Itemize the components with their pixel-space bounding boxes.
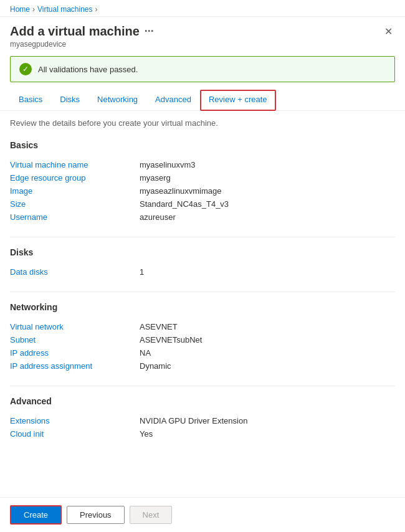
footer-bar: Create Previous Next <box>0 497 405 532</box>
field-ip-assignment-value: Dynamic <box>140 361 171 371</box>
divider-1 <box>10 237 395 237</box>
field-data-disks-label: Data disks <box>10 267 135 277</box>
field-cloud-init-label: Cloud init <box>10 429 135 439</box>
field-data-disks-value: 1 <box>140 267 144 277</box>
section-networking-title: Networking <box>10 302 395 315</box>
tabs-bar: Basics Disks Networking Advanced Review … <box>0 90 405 111</box>
breadcrumb-sep-2: › <box>95 5 98 14</box>
previous-button[interactable]: Previous <box>67 506 125 524</box>
field-size-value: Standard_NC4as_T4_v3 <box>140 199 229 209</box>
field-cloud-init-value: Yes <box>140 429 153 439</box>
section-disks: Disks Data disks 1 <box>10 247 395 277</box>
field-ip-address-value: NA <box>140 348 151 358</box>
field-ip-assignment-label: IP address assignment <box>10 361 135 371</box>
field-image: Image myaseazlinuxvmimage <box>10 186 395 196</box>
close-button[interactable]: ✕ <box>382 24 395 39</box>
field-data-disks: Data disks 1 <box>10 267 395 277</box>
field-extensions-value: NVIDIA GPU Driver Extension <box>140 416 247 425</box>
field-subnet-label: Subnet <box>10 335 135 344</box>
field-resource-group: Edge resource group myaserg <box>10 173 395 183</box>
field-size: Size Standard_NC4as_T4_v3 <box>10 199 395 209</box>
field-vm-name-label: Virtual machine name <box>10 160 135 169</box>
field-virtual-network: Virtual network ASEVNET <box>10 322 395 331</box>
create-button[interactable]: Create <box>10 505 62 525</box>
field-image-value: myaseazlinuxvmimage <box>140 186 222 196</box>
field-virtual-network-label: Virtual network <box>10 322 135 331</box>
field-username-value: azureuser <box>140 212 176 222</box>
ellipsis-menu[interactable]: ··· <box>145 25 154 38</box>
validation-banner: ✓ All validations have passed. <box>10 56 395 82</box>
breadcrumb-bar: Home › Virtual machines › <box>0 0 405 17</box>
title-area: Add a virtual machine ··· myasegpudevice <box>10 24 154 49</box>
field-image-label: Image <box>10 186 135 196</box>
section-disks-title: Disks <box>10 247 395 260</box>
section-advanced: Advanced Extensions NVIDIA GPU Driver Ex… <box>10 396 395 439</box>
field-subnet: Subnet ASEVNETsubNet <box>10 335 395 344</box>
validation-message: All validations have passed. <box>38 65 138 74</box>
field-ip-address: IP address NA <box>10 348 395 358</box>
field-resource-group-label: Edge resource group <box>10 173 135 183</box>
field-subnet-value: ASEVNETsubNet <box>140 335 202 344</box>
tab-review-create[interactable]: Review + create <box>200 90 276 111</box>
field-vm-name: Virtual machine name myaselinuxvm3 <box>10 160 395 169</box>
tab-disks[interactable]: Disks <box>51 90 88 110</box>
page-subtitle: myasegpudevice <box>10 40 154 49</box>
divider-2 <box>10 292 395 292</box>
page-header: Add a virtual machine ··· myasegpudevice… <box>0 17 405 49</box>
breadcrumb: Home › Virtual machines › <box>10 5 98 14</box>
breadcrumb-sep-1: › <box>32 5 35 14</box>
section-basics-title: Basics <box>10 140 395 153</box>
page-title-text: Add a virtual machine <box>10 24 140 39</box>
tab-advanced[interactable]: Advanced <box>146 90 200 110</box>
next-button: Next <box>130 506 173 524</box>
section-advanced-title: Advanced <box>10 396 395 409</box>
tab-networking[interactable]: Networking <box>88 90 146 110</box>
tab-basics[interactable]: Basics <box>10 90 51 110</box>
main-content: Review the details before you create you… <box>0 111 405 503</box>
field-ip-address-label: IP address <box>10 348 135 358</box>
field-extensions: Extensions NVIDIA GPU Driver Extension <box>10 416 395 425</box>
breadcrumb-home[interactable]: Home <box>10 5 30 14</box>
check-icon: ✓ <box>19 63 32 75</box>
page-description: Review the details before you create you… <box>10 118 395 128</box>
breadcrumb-vms[interactable]: Virtual machines <box>37 5 93 14</box>
field-extensions-label: Extensions <box>10 416 135 425</box>
field-username-label: Username <box>10 212 135 222</box>
field-vm-name-value: myaselinuxvm3 <box>140 160 196 169</box>
field-username: Username azureuser <box>10 212 395 222</box>
section-basics: Basics Virtual machine name myaselinuxvm… <box>10 140 395 222</box>
section-networking: Networking Virtual network ASEVNET Subne… <box>10 302 395 371</box>
page-title: Add a virtual machine ··· <box>10 24 154 39</box>
field-size-label: Size <box>10 199 135 209</box>
field-resource-group-value: myaserg <box>140 173 171 183</box>
field-cloud-init: Cloud init Yes <box>10 429 395 439</box>
divider-3 <box>10 386 395 386</box>
field-virtual-network-value: ASEVNET <box>140 322 178 331</box>
field-ip-assignment: IP address assignment Dynamic <box>10 361 395 371</box>
